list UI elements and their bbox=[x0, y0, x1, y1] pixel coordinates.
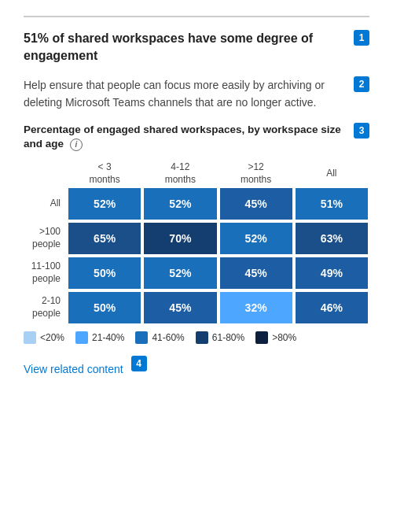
col-header-4: All bbox=[294, 161, 369, 186]
section-subtext: 2 Help ensure that people can focus more… bbox=[24, 76, 369, 112]
table-row: >100 people65%70%52%63% bbox=[24, 221, 369, 256]
row-label-1: >100 people bbox=[24, 221, 67, 256]
legend-item: 61-80% bbox=[196, 331, 244, 344]
cell-3-0: 50% bbox=[67, 290, 142, 325]
legend-label: 41-60% bbox=[152, 332, 184, 343]
legend-color-box bbox=[135, 331, 148, 344]
description-text: Help ensure that people can focus more e… bbox=[24, 76, 369, 112]
chart-title: Percentage of engaged shared workspaces,… bbox=[24, 123, 369, 153]
cell-3-3: 46% bbox=[294, 290, 369, 325]
data-table: < 3months 4-12months >12months All All52… bbox=[24, 161, 369, 324]
top-divider bbox=[24, 16, 369, 17]
cell-0-2: 45% bbox=[219, 187, 294, 221]
cell-2-0: 50% bbox=[67, 256, 142, 290]
legend-label: <20% bbox=[40, 332, 64, 343]
legend-label: >80% bbox=[272, 332, 296, 343]
cell-3-2: 32% bbox=[219, 290, 294, 325]
section-heading: 1 51% of shared workspaces have some deg… bbox=[24, 30, 369, 65]
table-row: 11-100 people50%52%45%49% bbox=[24, 256, 369, 290]
legend-item: >80% bbox=[255, 331, 296, 344]
cell-1-0: 65% bbox=[67, 221, 142, 256]
view-related-label: View related content bbox=[24, 363, 123, 375]
table-row: 2-10 people50%45%32%46% bbox=[24, 290, 369, 325]
badge-3: 3 bbox=[354, 123, 369, 139]
legend-color-box bbox=[24, 331, 36, 344]
info-icon[interactable]: i bbox=[70, 139, 83, 151]
legend-color-box bbox=[255, 331, 268, 344]
cell-0-0: 52% bbox=[67, 187, 142, 221]
col-header-row: < 3months 4-12months >12months All bbox=[24, 161, 369, 186]
cell-1-2: 52% bbox=[219, 221, 294, 256]
cell-1-3: 63% bbox=[294, 221, 369, 256]
legend-label: 61-80% bbox=[212, 332, 244, 343]
legend-item: <20% bbox=[24, 331, 64, 344]
cell-3-1: 45% bbox=[142, 290, 218, 325]
section-chart: 3 Percentage of engaged shared workspace… bbox=[24, 123, 369, 344]
cell-0-3: 51% bbox=[294, 187, 369, 221]
main-heading: 51% of shared workspaces have some degre… bbox=[24, 30, 369, 65]
badge-1: 1 bbox=[354, 30, 369, 46]
cell-2-1: 52% bbox=[142, 256, 218, 290]
cell-2-3: 49% bbox=[294, 256, 369, 290]
view-related-section: View related content 4 bbox=[24, 352, 369, 375]
badge-4: 4 bbox=[131, 356, 147, 371]
legend-color-box bbox=[196, 331, 208, 344]
legend-item: 41-60% bbox=[135, 331, 184, 344]
col-header-1: < 3months bbox=[67, 161, 142, 186]
col-header-2: 4-12months bbox=[142, 161, 218, 186]
view-related-link[interactable]: View related content bbox=[24, 363, 123, 375]
legend-label: 21-40% bbox=[92, 332, 124, 343]
col-header-empty bbox=[24, 161, 67, 186]
cell-1-1: 70% bbox=[142, 221, 218, 256]
legend-color-box bbox=[75, 331, 88, 344]
row-label-0: All bbox=[24, 187, 67, 221]
row-label-2: 11-100 people bbox=[24, 256, 67, 290]
legend-item: 21-40% bbox=[75, 331, 124, 344]
row-label-3: 2-10 people bbox=[24, 290, 67, 325]
cell-0-1: 52% bbox=[142, 187, 218, 221]
chart-legend: <20%21-40%41-60%61-80%>80% bbox=[24, 331, 369, 344]
cell-2-2: 45% bbox=[219, 256, 294, 290]
badge-2: 2 bbox=[354, 76, 369, 92]
table-row: All52%52%45%51% bbox=[24, 187, 369, 221]
col-header-3: >12months bbox=[219, 161, 294, 186]
